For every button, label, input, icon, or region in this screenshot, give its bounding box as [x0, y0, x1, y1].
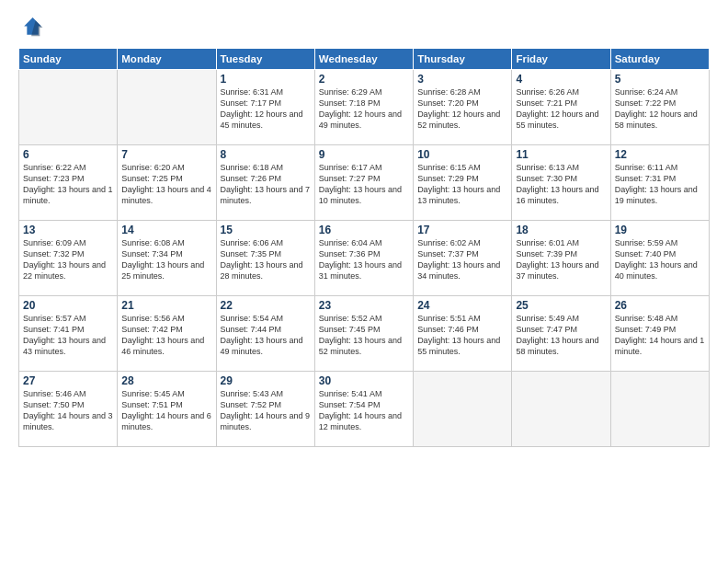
calendar-week-2: 6Sunrise: 6:22 AM Sunset: 7:23 PM Daylig…: [19, 145, 710, 221]
day-info: Sunrise: 6:31 AM Sunset: 7:17 PM Dayligh…: [221, 86, 311, 132]
calendar-cell: 27Sunrise: 5:46 AM Sunset: 7:50 PM Dayli…: [19, 372, 118, 447]
calendar-cell: 16Sunrise: 6:04 AM Sunset: 7:36 PM Dayli…: [314, 221, 413, 296]
day-number: 6: [23, 148, 113, 161]
calendar-cell: 1Sunrise: 6:31 AM Sunset: 7:17 PM Daylig…: [216, 70, 314, 145]
calendar-cell: 11Sunrise: 6:13 AM Sunset: 7:30 PM Dayli…: [512, 145, 610, 221]
day-info: Sunrise: 6:04 AM Sunset: 7:36 PM Dayligh…: [319, 237, 409, 282]
day-number: 21: [121, 299, 211, 312]
calendar-cell: 29Sunrise: 5:43 AM Sunset: 7:52 PM Dayli…: [216, 372, 314, 447]
day-number: 1: [221, 73, 311, 86]
calendar-cell: 22Sunrise: 5:54 AM Sunset: 7:44 PM Dayli…: [216, 296, 314, 372]
day-number: 30: [319, 374, 409, 387]
calendar-cell: 8Sunrise: 6:18 AM Sunset: 7:26 PM Daylig…: [216, 145, 314, 221]
calendar-cell: 10Sunrise: 6:15 AM Sunset: 7:29 PM Dayli…: [414, 145, 512, 221]
calendar-cell: 23Sunrise: 5:52 AM Sunset: 7:45 PM Dayli…: [314, 296, 413, 372]
calendar-cell: 20Sunrise: 5:57 AM Sunset: 7:41 PM Dayli…: [19, 296, 118, 372]
day-number: 19: [615, 224, 705, 236]
calendar-cell: 21Sunrise: 5:56 AM Sunset: 7:42 PM Dayli…: [118, 296, 216, 372]
calendar-cell: 4Sunrise: 6:26 AM Sunset: 7:21 PM Daylig…: [512, 70, 610, 145]
calendar-week-4: 20Sunrise: 5:57 AM Sunset: 7:41 PM Dayli…: [19, 296, 710, 372]
day-number: 25: [516, 299, 606, 312]
calendar-week-3: 13Sunrise: 6:09 AM Sunset: 7:32 PM Dayli…: [19, 221, 710, 296]
calendar-cell: 17Sunrise: 6:02 AM Sunset: 7:37 PM Dayli…: [414, 221, 512, 296]
day-info: Sunrise: 6:18 AM Sunset: 7:26 PM Dayligh…: [221, 162, 311, 207]
day-info: Sunrise: 6:01 AM Sunset: 7:39 PM Dayligh…: [516, 237, 606, 282]
day-info: Sunrise: 6:15 AM Sunset: 7:29 PM Dayligh…: [417, 162, 507, 207]
calendar-week-5: 27Sunrise: 5:46 AM Sunset: 7:50 PM Dayli…: [19, 372, 710, 447]
day-info: Sunrise: 5:56 AM Sunset: 7:42 PM Dayligh…: [121, 313, 211, 358]
day-info: Sunrise: 5:57 AM Sunset: 7:41 PM Dayligh…: [23, 313, 113, 358]
day-info: Sunrise: 6:11 AM Sunset: 7:31 PM Dayligh…: [615, 162, 705, 207]
day-number: 20: [23, 299, 113, 312]
day-info: Sunrise: 5:45 AM Sunset: 7:51 PM Dayligh…: [121, 388, 211, 433]
day-info: Sunrise: 5:46 AM Sunset: 7:50 PM Dayligh…: [23, 388, 113, 433]
calendar-cell: 26Sunrise: 5:48 AM Sunset: 7:49 PM Dayli…: [610, 296, 709, 372]
day-number: 28: [121, 374, 211, 387]
calendar-cell: 13Sunrise: 6:09 AM Sunset: 7:32 PM Dayli…: [19, 221, 118, 296]
col-header-saturday: Saturday: [610, 49, 709, 70]
calendar-cell: 7Sunrise: 6:20 AM Sunset: 7:25 PM Daylig…: [118, 145, 216, 221]
calendar-header-row: SundayMondayTuesdayWednesdayThursdayFrid…: [19, 49, 710, 70]
day-number: 4: [516, 73, 606, 86]
col-header-wednesday: Wednesday: [314, 49, 413, 70]
calendar-cell: [512, 372, 610, 447]
calendar-cell: [610, 372, 709, 447]
calendar-cell: 3Sunrise: 6:28 AM Sunset: 7:20 PM Daylig…: [414, 70, 512, 145]
day-info: Sunrise: 6:13 AM Sunset: 7:30 PM Dayligh…: [516, 162, 606, 207]
day-number: 22: [221, 299, 311, 312]
day-info: Sunrise: 6:02 AM Sunset: 7:37 PM Dayligh…: [417, 237, 507, 282]
day-number: 7: [121, 148, 211, 161]
day-info: Sunrise: 5:51 AM Sunset: 7:46 PM Dayligh…: [417, 313, 507, 358]
calendar-cell: 18Sunrise: 6:01 AM Sunset: 7:39 PM Dayli…: [512, 221, 610, 296]
day-number: 5: [615, 73, 705, 86]
day-number: 10: [417, 148, 507, 161]
day-number: 9: [319, 148, 409, 161]
day-info: Sunrise: 5:49 AM Sunset: 7:47 PM Dayligh…: [516, 313, 606, 358]
day-number: 27: [23, 374, 113, 387]
day-number: 2: [319, 73, 409, 86]
day-info: Sunrise: 5:48 AM Sunset: 7:49 PM Dayligh…: [615, 313, 705, 358]
col-header-thursday: Thursday: [414, 49, 512, 70]
day-info: Sunrise: 6:29 AM Sunset: 7:18 PM Dayligh…: [319, 86, 409, 132]
logo: [18, 15, 48, 40]
calendar-cell: [118, 70, 216, 145]
calendar-cell: 25Sunrise: 5:49 AM Sunset: 7:47 PM Dayli…: [512, 296, 610, 372]
day-number: 24: [417, 299, 507, 312]
day-info: Sunrise: 6:26 AM Sunset: 7:21 PM Dayligh…: [516, 86, 606, 132]
day-number: 18: [516, 224, 606, 236]
page: SundayMondayTuesdayWednesdayThursdayFrid…: [0, 0, 728, 563]
day-info: Sunrise: 5:41 AM Sunset: 7:54 PM Dayligh…: [319, 388, 409, 433]
calendar-cell: 6Sunrise: 6:22 AM Sunset: 7:23 PM Daylig…: [19, 145, 118, 221]
col-header-sunday: Sunday: [19, 49, 118, 70]
header: [18, 15, 710, 40]
day-info: Sunrise: 6:28 AM Sunset: 7:20 PM Dayligh…: [417, 86, 507, 132]
calendar-week-1: 1Sunrise: 6:31 AM Sunset: 7:17 PM Daylig…: [19, 70, 710, 145]
calendar-cell: 30Sunrise: 5:41 AM Sunset: 7:54 PM Dayli…: [314, 372, 413, 447]
day-info: Sunrise: 5:54 AM Sunset: 7:44 PM Dayligh…: [221, 313, 311, 358]
day-number: 23: [319, 299, 409, 312]
day-number: 8: [221, 148, 311, 161]
calendar-cell: 15Sunrise: 6:06 AM Sunset: 7:35 PM Dayli…: [216, 221, 314, 296]
day-info: Sunrise: 6:24 AM Sunset: 7:22 PM Dayligh…: [615, 86, 705, 132]
calendar-cell: 2Sunrise: 6:29 AM Sunset: 7:18 PM Daylig…: [314, 70, 413, 145]
day-number: 26: [615, 299, 705, 312]
calendar-cell: 24Sunrise: 5:51 AM Sunset: 7:46 PM Dayli…: [414, 296, 512, 372]
col-header-tuesday: Tuesday: [216, 49, 314, 70]
calendar: SundayMondayTuesdayWednesdayThursdayFrid…: [18, 48, 710, 447]
day-info: Sunrise: 6:08 AM Sunset: 7:34 PM Dayligh…: [121, 237, 211, 282]
calendar-cell: 14Sunrise: 6:08 AM Sunset: 7:34 PM Dayli…: [118, 221, 216, 296]
day-info: Sunrise: 5:59 AM Sunset: 7:40 PM Dayligh…: [615, 237, 705, 282]
calendar-cell: 5Sunrise: 6:24 AM Sunset: 7:22 PM Daylig…: [610, 70, 709, 145]
day-number: 14: [121, 224, 211, 236]
calendar-cell: [19, 70, 118, 145]
calendar-cell: 28Sunrise: 5:45 AM Sunset: 7:51 PM Dayli…: [118, 372, 216, 447]
day-number: 29: [221, 374, 311, 387]
day-number: 3: [417, 73, 507, 86]
day-number: 15: [221, 224, 311, 236]
day-info: Sunrise: 6:20 AM Sunset: 7:25 PM Dayligh…: [121, 162, 211, 207]
day-number: 12: [615, 148, 705, 161]
day-number: 13: [23, 224, 113, 236]
calendar-cell: [414, 372, 512, 447]
day-number: 17: [417, 224, 507, 236]
calendar-cell: 19Sunrise: 5:59 AM Sunset: 7:40 PM Dayli…: [610, 221, 709, 296]
